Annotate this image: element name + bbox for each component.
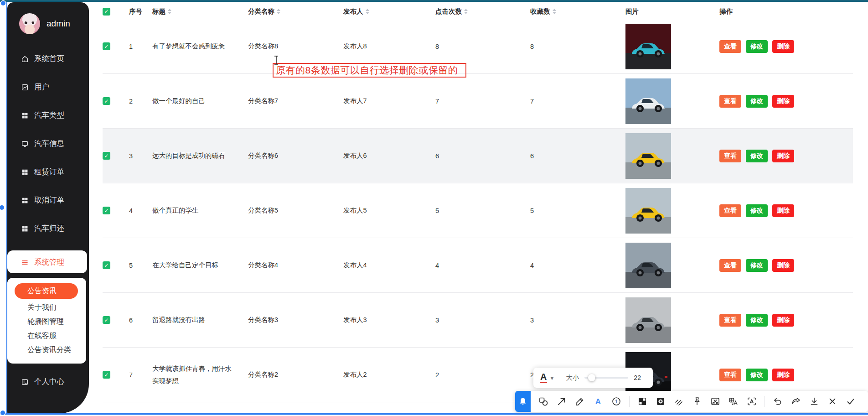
row-checkbox[interactable]: ✓ — [103, 97, 110, 105]
edit-button[interactable]: 修改 — [746, 150, 768, 162]
cut-icon[interactable] — [709, 395, 721, 407]
car-image-grey-boxy-suv[interactable] — [625, 297, 671, 343]
selection-border-top[interactable] — [0, 0, 868, 2]
sort-caret-icon[interactable] — [464, 9, 468, 14]
confirm-icon[interactable] — [845, 395, 857, 407]
row-checkbox[interactable]: ✓ — [103, 207, 110, 214]
sidebar-item-5[interactable]: 租赁订单 — [7, 166, 89, 178]
table-row[interactable]: ✓5在大学给自己定个目标分类名称4发布人444 查看修改删除 — [103, 238, 853, 293]
car-image-teal-sports-car-dark-red-bg[interactable] — [625, 24, 671, 69]
blur-icon[interactable] — [655, 395, 666, 407]
sidebar-item-1[interactable]: 系统首页 — [7, 52, 89, 65]
view-button[interactable]: 查看 — [719, 369, 741, 381]
submenu-item-2[interactable]: 关于我们 — [7, 301, 86, 315]
sidebar-item-personal-center[interactable]: 个人中心 — [7, 375, 89, 388]
table-row[interactable]: ✓2做一个最好的自己分类名称7发布人777 查看修改删除 — [103, 74, 853, 129]
table-row[interactable]: ✓3远大的目标是成功的磁石分类名称6发布人666 查看修改删除 — [103, 129, 853, 183]
hatch-icon[interactable] — [673, 395, 685, 407]
download-icon[interactable] — [808, 395, 820, 407]
pin-icon[interactable] — [691, 395, 703, 407]
column-header-clicks[interactable]: 点击次数 — [435, 7, 530, 16]
sidebar-item-4[interactable]: 汽车信息 — [7, 137, 89, 150]
edit-button[interactable]: 修改 — [746, 204, 768, 217]
view-button[interactable]: 查看 — [719, 204, 741, 217]
sidebar-item-system-management[interactable]: 系统管理 — [7, 256, 87, 269]
edit-button[interactable]: 修改 — [746, 95, 768, 108]
row-checkbox[interactable]: ✓ — [103, 371, 110, 379]
step-number-icon[interactable]: 1 — [610, 395, 622, 407]
view-button[interactable]: 查看 — [719, 259, 741, 272]
row-checkbox[interactable]: ✓ — [103, 152, 110, 160]
ocr-icon[interactable] — [746, 395, 758, 407]
view-button[interactable]: 查看 — [719, 95, 741, 108]
arrow-icon[interactable] — [556, 395, 568, 407]
pencil-icon[interactable] — [574, 395, 586, 407]
delete-button[interactable]: 删除 — [772, 95, 794, 108]
sort-caret-icon[interactable] — [366, 9, 369, 14]
column-header-publisher[interactable]: 发布人 — [343, 7, 435, 16]
edit-button[interactable]: 修改 — [746, 369, 768, 381]
selection-handle-top-left[interactable] — [1, 1, 5, 5]
table-row[interactable]: ✓1有了梦想就不会感到疲惫分类名称8发布人888 查看修改删除 — [103, 19, 853, 74]
font-size-slider[interactable] — [584, 377, 628, 379]
edit-button[interactable]: 修改 — [746, 40, 768, 53]
sidebar-item-6[interactable]: 取消订单 — [7, 194, 89, 207]
selection-border-left[interactable] — [6, 2, 7, 414]
sidebar-item-2[interactable]: 用户 — [7, 81, 89, 94]
car-image-yellow-hatchback[interactable] — [625, 188, 671, 234]
translate-icon[interactable] — [728, 395, 739, 407]
view-button[interactable]: 查看 — [719, 314, 741, 327]
font-color-button[interactable]: A — [540, 372, 547, 383]
sort-caret-icon[interactable] — [553, 9, 556, 14]
select-all-checkbox[interactable]: ✓ — [103, 8, 110, 16]
column-header-title[interactable]: 标题 — [152, 7, 248, 16]
text-icon[interactable]: A — [592, 395, 604, 407]
font-size-label: 大小 — [566, 374, 579, 382]
row-checkbox[interactable]: ✓ — [103, 261, 110, 269]
delete-button[interactable]: 删除 — [772, 204, 794, 217]
bell-icon[interactable] — [515, 391, 531, 412]
column-header-category[interactable]: 分类名称 — [248, 7, 343, 16]
row-index: 6 — [129, 317, 152, 324]
grid-icon — [21, 168, 29, 176]
submenu-item-3[interactable]: 轮播图管理 — [7, 315, 86, 329]
view-button[interactable]: 查看 — [719, 40, 741, 53]
row-checkbox[interactable]: ✓ — [103, 316, 110, 324]
delete-button[interactable]: 删除 — [772, 259, 794, 272]
edit-button[interactable]: 修改 — [746, 314, 768, 327]
sidebar-item-3[interactable]: 汽车类型 — [7, 109, 89, 122]
table-row[interactable]: ✓4做个真正的学生分类名称5发布人555 查看修改删除 — [103, 183, 853, 238]
car-image-grey-sedan-on-road[interactable] — [625, 243, 671, 288]
edit-button[interactable]: 修改 — [746, 259, 768, 272]
row-checkbox[interactable]: ✓ — [103, 42, 110, 50]
close-icon[interactable] — [827, 395, 838, 407]
submenu-item-1[interactable]: 公告资讯 — [15, 283, 78, 299]
shape-icon[interactable] — [537, 395, 549, 407]
sort-caret-icon[interactable] — [168, 9, 171, 14]
car-image-yellow-hatchback[interactable] — [625, 133, 671, 179]
annotation-text-box[interactable]: 原有的8条数据可以自行选择删除或保留的 — [273, 63, 466, 78]
chevron-down-icon[interactable]: ▼ — [549, 375, 554, 381]
sidebar-item-7[interactable]: 汽车归还 — [7, 222, 89, 235]
delete-button[interactable]: 删除 — [772, 150, 794, 162]
delete-button[interactable]: 删除 — [772, 369, 794, 381]
sidebar-item-label: 个人中心 — [34, 377, 64, 387]
column-header-favorites[interactable]: 收藏数 — [530, 7, 625, 16]
slider-handle[interactable] — [588, 374, 595, 381]
submenu-item-5[interactable]: 公告资讯分类 — [7, 343, 86, 357]
table-row[interactable]: ✓6留退路就没有出路分类名称3发布人333 查看修改删除 — [103, 293, 853, 348]
selection-handle-bottom-left[interactable] — [0, 411, 5, 415]
delete-button[interactable]: 删除 — [772, 314, 794, 327]
selection-border-bottom[interactable] — [0, 413, 868, 415]
delete-button[interactable]: 删除 — [772, 40, 794, 53]
submenu-item-4[interactable]: 在线客服 — [7, 329, 86, 343]
car-image-white-convertible-on-road[interactable] — [625, 78, 671, 124]
view-button[interactable]: 查看 — [719, 150, 741, 162]
redo-icon[interactable] — [790, 395, 802, 407]
user-profile[interactable]: admin — [7, 13, 89, 34]
mosaic-icon[interactable] — [636, 395, 648, 407]
sort-caret-icon[interactable] — [277, 9, 280, 14]
selection-handle-left-middle[interactable] — [0, 205, 4, 210]
svg-text:A: A — [595, 397, 601, 406]
undo-icon[interactable] — [772, 395, 784, 407]
